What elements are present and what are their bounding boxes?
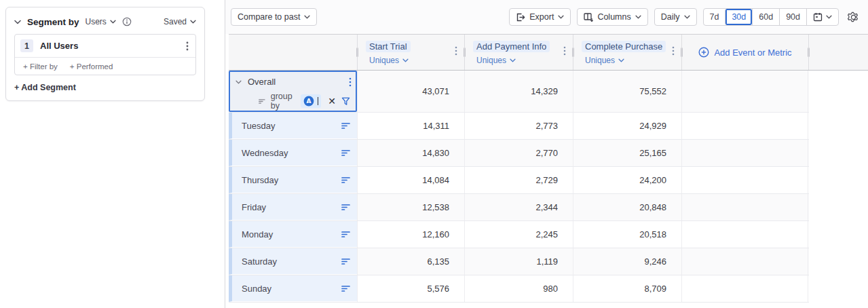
value-cell: 25,165	[573, 140, 681, 166]
row-label-cell[interactable]: Tuesday	[229, 113, 357, 139]
event-name-start-trial[interactable]: Start Trial	[366, 41, 411, 52]
table-header: Start Trial Uniques Add Payment Info Uni…	[229, 34, 868, 71]
circle-plus-icon	[698, 47, 709, 58]
event-name-add-payment-info[interactable]: Add Payment Info	[473, 41, 550, 52]
table-row-sunday: Sunday 5,576 980 8,709	[229, 275, 809, 303]
group-by-icon[interactable]	[341, 285, 350, 292]
row-label-cell[interactable]: Saturday	[229, 248, 357, 275]
scope-dropdown-label: Users	[86, 17, 107, 26]
chevron-down-icon	[684, 15, 690, 19]
header-start-trial: Start Trial Uniques	[357, 35, 464, 70]
row-label-cell[interactable]: Thursday	[229, 167, 357, 193]
row-label-cell[interactable]: Monday	[229, 221, 357, 248]
export-button[interactable]: Export	[509, 8, 571, 26]
remove-group-by-icon[interactable]: ✕	[328, 96, 336, 106]
header-add-payment-info: Add Payment Info Uniques	[464, 35, 573, 70]
range-90d[interactable]: 90d	[779, 9, 806, 25]
row-label-cell[interactable]: Friday	[229, 194, 357, 220]
results-panel: Compare to past Export Columns Daily 7d …	[225, 0, 868, 308]
value-cell: 24,929	[573, 113, 681, 139]
table-row-overall: Overall group by A ✕	[229, 71, 809, 113]
settings-gear-icon[interactable]	[845, 9, 861, 25]
group-by-label: group by	[271, 92, 296, 111]
scope-dropdown[interactable]: Users	[86, 17, 116, 26]
value-cell: 9,246	[573, 248, 681, 275]
empty-add-cell	[681, 194, 808, 220]
compare-to-past-button[interactable]: Compare to past	[231, 8, 317, 26]
row-label: Tuesday	[242, 121, 275, 131]
custom-date-range-button[interactable]	[806, 9, 838, 25]
group-by-icon[interactable]	[341, 258, 350, 265]
group-by-icon[interactable]	[341, 122, 350, 130]
value-cell: 14,084	[357, 167, 464, 193]
overall-value-add-payment-info: 14,329	[464, 71, 573, 112]
segment-kebab-menu-icon[interactable]	[186, 41, 189, 51]
add-segment-button[interactable]: + Add Segment	[14, 83, 76, 92]
filter-funnel-icon[interactable]	[341, 97, 350, 106]
row-label: Monday	[242, 229, 273, 239]
overall-kebab-menu-icon[interactable]	[349, 77, 352, 87]
group-by-bars-icon	[259, 98, 265, 105]
header-label-column	[229, 35, 357, 70]
column-kebab-menu-icon[interactable]	[672, 46, 675, 56]
table-row-thursday: Thursday 14,084 2,729 24,200	[229, 167, 809, 194]
range-30d[interactable]: 30d	[725, 9, 752, 25]
measure-dropdown[interactable]: Uniques	[476, 56, 573, 65]
table-row-friday: Friday 12,538 2,344 20,848	[229, 194, 809, 221]
toolbar-right-group: Export Columns Daily 7d 30d 60d 90d	[509, 8, 863, 26]
event-name-complete-purchase[interactable]: Complete Purchase	[582, 41, 666, 52]
filter-by-button[interactable]: + Filter by	[23, 62, 58, 71]
segment-panel-header: Segment by Users Saved	[14, 14, 196, 29]
add-event-or-metric-label: Add Event or Metric	[714, 47, 791, 58]
value-cell: 14,830	[357, 140, 464, 166]
text-cursor	[318, 97, 318, 105]
value-cell: 24,200	[573, 167, 681, 193]
row-label: Sunday	[242, 284, 271, 294]
value-cell: 5,576	[357, 275, 464, 302]
row-label-cell[interactable]: Wednesday	[229, 140, 357, 166]
value-cell: 8,709	[573, 275, 681, 302]
empty-add-cell	[681, 113, 808, 139]
value-cell: 14,311	[357, 113, 464, 139]
row-label: Wednesday	[242, 148, 288, 158]
granularity-label: Daily	[661, 12, 680, 22]
info-icon[interactable]	[122, 17, 132, 26]
group-by-icon[interactable]	[341, 204, 350, 211]
segment-row[interactable]: 1 All Users	[15, 35, 195, 57]
segment-name: All Users	[40, 41, 78, 51]
group-by-property-chip[interactable]: A	[301, 94, 321, 108]
chevron-down-icon	[235, 80, 242, 84]
chevron-down-icon	[826, 15, 832, 19]
group-by-icon[interactable]	[341, 176, 350, 184]
measure-dropdown[interactable]: Uniques	[585, 56, 681, 65]
saved-dropdown[interactable]: Saved	[164, 17, 196, 26]
table-row-tuesday: Tuesday 14,311 2,773 24,929	[229, 113, 809, 140]
overall-group-by-cell[interactable]: Overall group by A ✕	[229, 71, 357, 112]
collapse-chevron-icon[interactable]	[14, 20, 21, 24]
value-cell: 6,135	[357, 248, 464, 275]
columns-button[interactable]: Columns	[577, 8, 647, 26]
empty-add-cell	[681, 140, 808, 166]
add-event-or-metric-button[interactable]: Add Event or Metric	[681, 35, 808, 70]
measure-dropdown[interactable]: Uniques	[369, 56, 464, 65]
export-label: Export	[529, 12, 554, 22]
row-label: Thursday	[242, 175, 278, 185]
group-by-icon[interactable]	[341, 231, 350, 238]
compare-to-past-label: Compare to past	[238, 12, 300, 22]
value-cell: 2,773	[464, 113, 573, 139]
header-complete-purchase: Complete Purchase Uniques	[573, 35, 681, 70]
range-7d[interactable]: 7d	[704, 9, 725, 25]
column-kebab-menu-icon[interactable]	[563, 46, 566, 56]
date-range-segmented-control: 7d 30d 60d 90d	[703, 8, 839, 26]
segment-index-badge: 1	[20, 39, 33, 52]
column-kebab-menu-icon[interactable]	[455, 46, 457, 56]
row-label-cell[interactable]: Sunday	[229, 275, 357, 302]
performed-button[interactable]: + Performed	[70, 62, 113, 71]
granularity-dropdown[interactable]: Daily	[654, 8, 697, 26]
empty-add-cell	[681, 221, 808, 248]
range-60d[interactable]: 60d	[752, 9, 779, 25]
group-by-icon[interactable]	[341, 149, 350, 157]
empty-add-cell	[681, 167, 808, 193]
columns-icon	[584, 13, 593, 22]
amplitude-property-icon: A	[303, 96, 314, 107]
